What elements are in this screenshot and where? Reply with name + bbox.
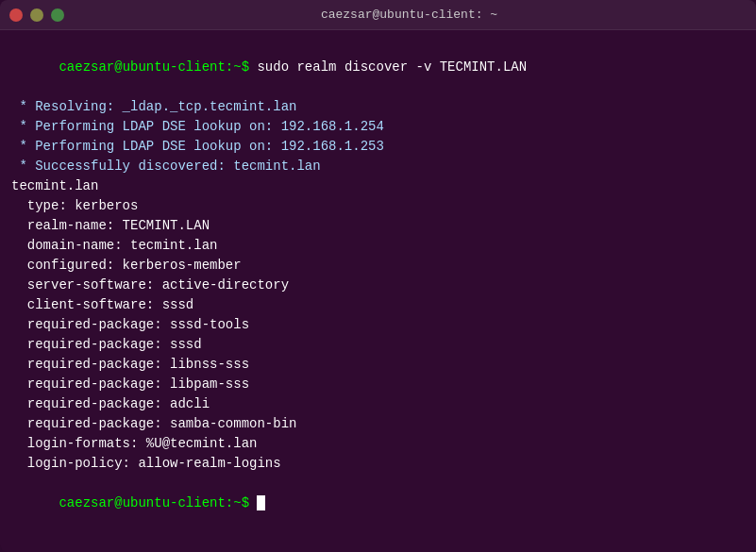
- close-button[interactable]: [9, 8, 23, 22]
- output-line-16: required-package: adcli: [11, 394, 745, 414]
- end-prompt-line: caezsar@ubuntu-client:~$: [11, 474, 745, 533]
- output-line-5: tecmint.lan: [11, 176, 745, 196]
- output-line-13: required-package: sssd: [11, 335, 745, 355]
- output-line-3: * Performing LDAP DSE lookup on: 192.168…: [11, 137, 745, 157]
- command-line: caezsar@ubuntu-client:~$ sudo realm disc…: [11, 38, 745, 97]
- output-line-2: * Performing LDAP DSE lookup on: 192.168…: [11, 117, 745, 137]
- cursor: [257, 495, 265, 510]
- output-line-19: login-policy: allow-realm-logins: [11, 454, 745, 474]
- output-line-17: required-package: samba-common-bin: [11, 414, 745, 434]
- output-line-7: realm-name: TECMINT.LAN: [11, 216, 745, 236]
- command: sudo realm discover -v TECMINT.LAN: [249, 59, 527, 75]
- output-line-6: type: kerberos: [11, 196, 745, 216]
- prompt: caezsar@ubuntu-client:~$: [59, 59, 249, 75]
- end-prompt: caezsar@ubuntu-client:~$: [59, 495, 249, 510]
- output-line-14: required-package: libnss-sss: [11, 355, 745, 375]
- output-line-11: client-software: sssd: [11, 295, 745, 315]
- maximize-button[interactable]: [51, 8, 64, 22]
- output-line-8: domain-name: tecmint.lan: [11, 236, 745, 256]
- titlebar: caezsar@ubuntu-client: ~: [0, 0, 756, 30]
- terminal-body[interactable]: caezsar@ubuntu-client:~$ sudo realm disc…: [0, 30, 756, 552]
- output-line-15: required-package: libpam-sss: [11, 375, 745, 394]
- output-line-1: * Resolving: _ldap._tcp.tecmint.lan: [11, 97, 745, 117]
- output-line-10: server-software: active-directory: [11, 276, 745, 295]
- terminal-window: caezsar@ubuntu-client: ~ caezsar@ubuntu-…: [0, 0, 756, 552]
- minimize-button[interactable]: [30, 8, 43, 22]
- output-line-9: configured: kerberos-member: [11, 256, 745, 276]
- output-line-12: required-package: sssd-tools: [11, 315, 745, 335]
- output-line-4: * Successfully discovered: tecmint.lan: [11, 157, 745, 176]
- output-line-18: login-formats: %U@tecmint.lan: [11, 434, 745, 454]
- window-title: caezsar@ubuntu-client: ~: [72, 8, 747, 22]
